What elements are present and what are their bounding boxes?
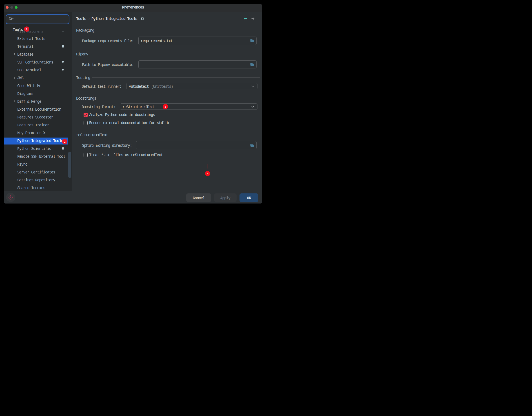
svg-text:?: ? (10, 196, 11, 199)
